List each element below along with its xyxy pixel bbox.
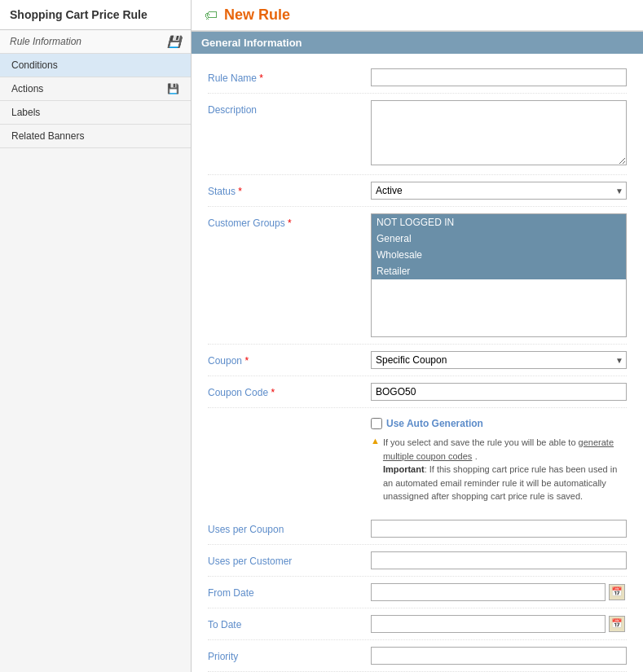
description-row: Description — [208, 94, 627, 175]
description-label: Description — [208, 100, 371, 116]
customer-group-empty2 — [372, 296, 626, 312]
from-date-label: From Date — [208, 583, 371, 599]
customer-groups-multiselect: NOT LOGGED IN General Wholesale Retailer — [371, 213, 627, 337]
info-arrow-icon: ▲ — [371, 436, 380, 446]
coupon-code-control — [371, 383, 627, 401]
auto-gen-checkbox[interactable] — [371, 418, 382, 429]
uses-per-customer-input[interactable] — [371, 551, 627, 569]
coupon-code-label: Coupon Code — [208, 383, 371, 398]
page-title: New Rule — [224, 7, 290, 24]
uses-per-coupon-row: Uses per Coupon — [208, 513, 627, 545]
sidebar: Shopping Cart Price Rule Rule Informatio… — [0, 0, 192, 672]
customer-group-wholesale[interactable]: Wholesale — [372, 247, 626, 263]
customer-groups-row: Customer Groups NOT LOGGED IN General Wh… — [208, 207, 627, 345]
sidebar-item-labels[interactable]: Labels — [0, 101, 191, 125]
priority-control — [371, 647, 627, 665]
save-icon[interactable]: 💾 — [167, 35, 181, 48]
customer-group-empty1 — [372, 279, 626, 296]
status-row: Status Active Inactive ▼ — [208, 175, 627, 207]
customer-group-general[interactable]: General — [372, 231, 626, 247]
rule-name-input[interactable] — [371, 68, 627, 86]
from-date-input[interactable] — [371, 583, 606, 601]
coupon-code-input[interactable] — [371, 383, 627, 401]
uses-per-coupon-label: Uses per Coupon — [208, 520, 371, 535]
form-body: Rule Name Description Status Active — [192, 54, 643, 672]
customer-groups-control: NOT LOGGED IN General Wholesale Retailer — [371, 213, 627, 337]
auto-gen-info-period: . — [475, 451, 478, 461]
auto-gen-label[interactable]: Use Auto Generation — [386, 418, 483, 429]
section-header: General Information — [192, 32, 643, 54]
auto-gen-info-block: ▲ If you select and save the rule you wi… — [371, 433, 627, 507]
priority-input[interactable] — [371, 647, 627, 665]
uses-per-coupon-input[interactable] — [371, 520, 627, 538]
auto-gen-row: Use Auto Generation ▲ If you select and … — [208, 408, 627, 507]
rule-name-label: Rule Name — [208, 68, 371, 84]
uses-per-customer-control — [371, 551, 627, 569]
customer-groups-label: Customer Groups — [208, 213, 371, 229]
sidebar-item-related-banners-label: Related Banners — [11, 130, 84, 142]
sidebar-section-rule-info: Rule Information 💾 — [0, 30, 191, 54]
coupon-code-row: Coupon Code — [208, 376, 627, 408]
priority-label: Priority — [208, 647, 371, 662]
actions-save-icon[interactable]: 💾 — [167, 83, 179, 94]
spacer — [208, 507, 627, 513]
from-date-row-inner: 📅 — [371, 583, 627, 601]
auto-gen-checkbox-row: Use Auto Generation — [371, 415, 627, 433]
sidebar-title: Shopping Cart Price Rule — [0, 0, 191, 30]
sidebar-item-related-banners[interactable]: Related Banners — [0, 125, 191, 148]
page-header: 🏷 New Rule — [192, 0, 643, 31]
status-select-wrapper: Active Inactive ▼ — [371, 182, 627, 200]
to-date-control: 📅 — [371, 615, 627, 633]
coupon-label: Coupon — [208, 351, 371, 367]
coupon-control: No Coupon Specific Coupon Auto Generated… — [371, 351, 627, 369]
to-date-calendar-icon[interactable]: 📅 — [609, 616, 625, 632]
sidebar-item-actions-label: Actions — [11, 83, 43, 94]
auto-gen-important: Important: If this shopping cart price r… — [383, 464, 617, 501]
status-label: Status — [208, 182, 371, 197]
main-content: 🏷 New Rule General Information Rule Name… — [192, 0, 643, 672]
info-text-block: If you select and save the rule you will… — [383, 436, 627, 503]
auto-gen-control: Use Auto Generation ▲ If you select and … — [371, 415, 627, 507]
from-date-calendar-icon[interactable]: 📅 — [609, 584, 625, 600]
customer-groups-inner: NOT LOGGED IN General Wholesale Retailer — [372, 214, 626, 336]
description-textarea[interactable] — [371, 100, 627, 165]
customer-groups-scroll[interactable]: NOT LOGGED IN General Wholesale Retailer — [372, 214, 626, 336]
coupon-row: Coupon No Coupon Specific Coupon Auto Ge… — [208, 345, 627, 376]
to-date-input[interactable] — [371, 615, 606, 633]
sidebar-section-label: Rule Information — [10, 36, 81, 47]
to-date-row-inner: 📅 — [371, 615, 627, 633]
rule-name-control — [371, 68, 627, 86]
sidebar-item-labels-label: Labels — [11, 107, 40, 118]
status-select[interactable]: Active Inactive — [371, 182, 627, 200]
auto-gen-spacer — [208, 415, 371, 419]
to-date-row: To Date 📅 — [208, 608, 627, 640]
description-control — [371, 100, 627, 168]
rule-name-row: Rule Name — [208, 62, 627, 94]
to-date-label: To Date — [208, 615, 371, 630]
uses-per-customer-row: Uses per Customer — [208, 545, 627, 577]
customer-group-empty4 — [372, 328, 626, 336]
tag-icon: 🏷 — [205, 8, 218, 23]
coupon-select-wrapper: No Coupon Specific Coupon Auto Generated… — [371, 351, 627, 369]
customer-group-empty3 — [372, 312, 626, 328]
status-control: Active Inactive ▼ — [371, 182, 627, 200]
customer-group-retailer[interactable]: Retailer — [372, 263, 626, 279]
from-date-row: From Date 📅 — [208, 577, 627, 608]
auto-gen-info-line1: If you select and save the rule you will… — [383, 437, 579, 447]
sidebar-item-conditions-label: Conditions — [11, 59, 58, 71]
sidebar-item-actions[interactable]: Actions 💾 — [0, 77, 191, 101]
sidebar-item-conditions[interactable]: Conditions — [0, 54, 191, 77]
coupon-select[interactable]: No Coupon Specific Coupon Auto Generated — [371, 351, 627, 369]
from-date-control: 📅 — [371, 583, 627, 601]
uses-per-customer-label: Uses per Customer — [208, 551, 371, 567]
uses-per-coupon-control — [371, 520, 627, 538]
priority-row: Priority — [208, 640, 627, 672]
customer-group-not-logged-in[interactable]: NOT LOGGED IN — [372, 214, 626, 231]
